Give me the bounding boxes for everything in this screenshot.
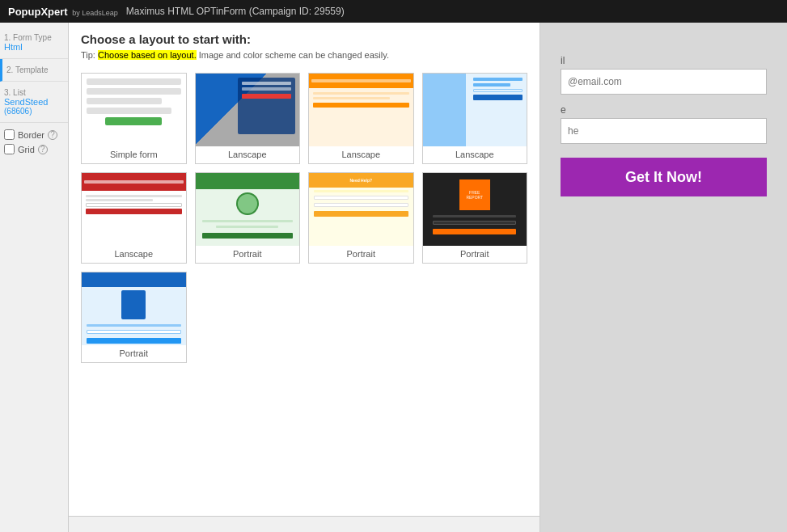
p2-field1: [314, 196, 408, 200]
step-num-3: 3. List: [4, 88, 64, 97]
lc3-line1: [473, 78, 523, 81]
thumb-inner-landscape1: [196, 74, 300, 146]
layout-label-portrait-1: Portrait: [233, 246, 261, 263]
thumb-inner-portrait1: [196, 173, 300, 246]
lc4-topbar-line: [84, 180, 184, 184]
p4-head: [82, 272, 186, 287]
tip-highlight: Choose based on layout.: [98, 50, 197, 60]
grid-checkbox[interactable]: [4, 144, 15, 154]
lc2-btn: [313, 103, 409, 108]
layout-card-portrait-1[interactable]: Portrait: [195, 172, 301, 264]
layout-thumb-portrait-2: Need Help?: [309, 173, 413, 246]
grid-help-icon[interactable]: ?: [38, 145, 48, 154]
layout-grid: Simple form: [81, 73, 527, 363]
lc1-btn: [242, 94, 291, 99]
thumb-inner-landscape2: [309, 74, 413, 146]
layout-card-portrait-4[interactable]: Portrait: [81, 272, 187, 363]
email-field-group: il: [561, 55, 767, 95]
thumb-inner-portrait3: FREEREPORT: [423, 173, 527, 246]
lc1-overlay: [238, 78, 295, 134]
p2-line1: [314, 190, 408, 192]
sidebar: 1. Form Type Html 2. Template 3. List Se…: [0, 23, 69, 532]
campaign-title: Maximus HTML OPTinForm (Campaign ID: 295…: [126, 6, 345, 17]
p1-line2: [216, 226, 278, 228]
layout-card-portrait-3[interactable]: FREEREPORT Portrait: [422, 172, 528, 264]
p1-head: [196, 173, 300, 189]
layout-label-lanscape-1: Lanscape: [228, 146, 267, 163]
p3-field: [433, 221, 516, 225]
tf-row-1: [87, 78, 181, 85]
step-value-list: SendSteed: [4, 97, 64, 107]
layout-label-portrait-4: Portrait: [120, 345, 148, 362]
layout-thumb-simple-form: [82, 74, 186, 146]
layout-thumb-portrait-1: [196, 173, 300, 246]
layout-label-simple-form: Simple form: [110, 146, 158, 163]
submit-button[interactable]: Get It Now!: [561, 158, 767, 196]
p3-book-text: FREEREPORT: [466, 190, 483, 200]
sidebar-step-template[interactable]: 2. Template: [0, 59, 68, 82]
name-input[interactable]: [561, 118, 767, 144]
layout-label-lanscape-2: Lanscape: [341, 146, 380, 163]
layout-card-lanscape-4[interactable]: Lanscape: [81, 172, 187, 264]
right-panel: il e Get It Now!: [540, 23, 787, 532]
p3-line1: [433, 215, 516, 217]
layout-thumb-lanscape-4: [82, 173, 186, 246]
tf-row-3: [87, 98, 162, 104]
layout-card-portrait-2[interactable]: Need Help? Portrait: [308, 172, 414, 264]
topbar: PopupXpert by LeadsLeap Maximus HTML OPT…: [0, 0, 787, 23]
lc2-line1: [313, 92, 409, 95]
brand-logo: PopupXpert by LeadsLeap: [8, 6, 118, 18]
p1-btn: [202, 233, 294, 239]
email-input[interactable]: [561, 69, 767, 95]
border-label: Border: [18, 130, 44, 140]
layout-card-lanscape-3[interactable]: Lanscape: [422, 73, 528, 164]
p4-btn: [87, 338, 181, 344]
sidebar-options: Border ? Grid ?: [0, 123, 68, 161]
layout-card-lanscape-1[interactable]: Lanscape: [195, 73, 301, 164]
lc2-body: [309, 88, 413, 112]
tf-btn: [105, 117, 162, 125]
form-preview: il e Get It Now!: [540, 23, 787, 532]
tip-prefix: Tip:: [81, 50, 98, 60]
p3-book: FREEREPORT: [459, 179, 490, 210]
layout-card-simple-form[interactable]: Simple form: [81, 73, 187, 164]
border-checkbox[interactable]: [4, 129, 15, 140]
step-num-2: 2. Template: [6, 65, 64, 74]
lc2-topbar: [309, 74, 413, 88]
lc3-content: [469, 74, 527, 146]
lc3-field: [473, 89, 523, 92]
layout-title: Choose a layout to start with:: [81, 32, 527, 46]
p4-line1: [87, 324, 181, 327]
layout-thumb-lanscape-3: [423, 74, 527, 146]
layout-grid-wrapper[interactable]: Simple form: [69, 65, 539, 516]
grid-option[interactable]: Grid ?: [4, 144, 64, 154]
main-layout: 1. Form Type Html 2. Template 3. List Se…: [0, 23, 787, 532]
p4-bookimg: [121, 290, 146, 319]
layout-thumb-portrait-4: [82, 272, 186, 345]
step-subvalue-list: (68606): [4, 107, 64, 116]
border-option[interactable]: Border ?: [4, 129, 64, 140]
layout-thumb-lanscape-1: [196, 74, 300, 146]
name-label: e: [561, 104, 767, 116]
p4-field: [87, 330, 181, 334]
p2-field2: [314, 203, 408, 207]
lc4-field: [86, 203, 182, 207]
sidebar-step-list[interactable]: 3. List SendSteed (68606): [0, 82, 68, 123]
lc4-line2: [86, 199, 153, 201]
p1-line1: [202, 220, 294, 222]
border-help-icon[interactable]: ?: [48, 130, 57, 140]
p1-avatar: [236, 192, 259, 215]
sidebar-step-form-type[interactable]: 1. Form Type Html: [0, 27, 68, 59]
lc2-line2: [313, 97, 390, 99]
lc3-line2: [473, 83, 510, 87]
lc3-btn: [473, 95, 523, 100]
layout-card-lanscape-2[interactable]: Lanscape: [308, 73, 414, 164]
step-num-1: 1. Form Type: [4, 33, 64, 42]
p2-btn: [314, 211, 408, 217]
layout-thumb-lanscape-2: [309, 74, 413, 146]
tip-suffix: Image and color scheme can be changed ea…: [197, 50, 389, 60]
bottom-bar: [69, 516, 539, 532]
layout-label-portrait-2: Portrait: [347, 246, 375, 263]
lc3-img: [423, 74, 467, 146]
lc2-topbar-line: [311, 79, 411, 82]
